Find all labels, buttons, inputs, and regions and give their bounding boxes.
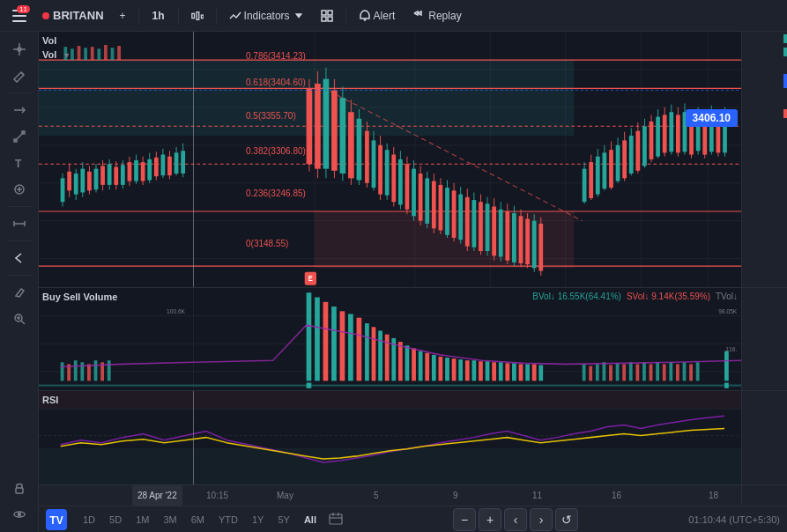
- fib-0382: 0.382(3306.80): [246, 146, 306, 156]
- time-9: 9: [453, 491, 458, 500]
- chart-type-button[interactable]: [186, 7, 209, 25]
- left-toolbar-sep-2: [7, 206, 32, 207]
- svg-rect-250: [425, 353, 429, 381]
- tf-3m[interactable]: 3M: [158, 513, 182, 527]
- text-tool[interactable]: T: [5, 151, 33, 175]
- svg-rect-65: [111, 48, 115, 60]
- svg-marker-6: [294, 13, 301, 18]
- paint-tool[interactable]: [5, 280, 33, 305]
- svg-rect-273: [616, 363, 620, 381]
- svg-rect-259: [486, 361, 490, 381]
- svg-rect-281: [669, 362, 672, 381]
- scale-marker-2: [783, 48, 787, 56]
- price-chart-svg: E: [39, 32, 741, 287]
- date-range-btn[interactable]: [329, 513, 343, 527]
- svg-text:116.: 116.: [725, 345, 737, 351]
- symbol-selector[interactable]: BRITANN: [37, 9, 109, 22]
- vol-label-1: Vol: [42, 35, 56, 46]
- menu-button[interactable]: 11: [7, 4, 32, 28]
- tf-1y[interactable]: 1Y: [247, 513, 269, 527]
- svg-rect-246: [398, 342, 403, 381]
- horizontal-ray-tool[interactable]: [5, 98, 33, 122]
- crosshair-tool[interactable]: [5, 37, 33, 62]
- scroll-left-btn[interactable]: ‹: [504, 508, 527, 531]
- tf-all[interactable]: All: [299, 513, 322, 527]
- left-toolbar-sep-3: [7, 240, 32, 241]
- patterns-tool[interactable]: [5, 177, 33, 202]
- time-11: 11: [532, 491, 542, 500]
- svg-rect-267: [538, 365, 543, 381]
- bsv-scale: [741, 288, 787, 390]
- layouts-button[interactable]: [316, 7, 338, 25]
- fib-05: 0.5(3355.70): [246, 111, 296, 121]
- toolbar-separator-3: [216, 7, 217, 25]
- svg-rect-5: [201, 15, 204, 18]
- svg-rect-266: [532, 364, 537, 381]
- time-16: 16: [612, 491, 621, 500]
- svg-rect-280: [663, 364, 666, 381]
- svg-rect-257: [471, 360, 476, 381]
- zoom-control-group: − + ‹ › ↺: [453, 508, 578, 531]
- tf-6m[interactable]: 6M: [186, 513, 210, 527]
- svg-rect-230: [87, 364, 91, 381]
- svg-rect-231: [94, 360, 98, 381]
- symbol-color-dot: [42, 12, 49, 19]
- svg-rect-2: [12, 20, 26, 22]
- left-toolbar: T: [0, 32, 39, 532]
- svg-rect-260: [492, 362, 496, 381]
- tf-5y[interactable]: 5Y: [272, 513, 294, 527]
- zoom-in-tool[interactable]: [5, 307, 33, 331]
- highlighted-date: 28 Apr '22: [137, 491, 177, 500]
- time-10-15: 10:15: [206, 491, 228, 500]
- fib-0: 0(3148.55): [246, 239, 288, 248]
- bottom-toolbar: TV 1D 5D 1M 3M 6M YTD 1Y 5Y All − +: [39, 506, 787, 532]
- replay-chart-btn[interactable]: ↺: [555, 508, 578, 531]
- rsi-svg: [39, 391, 741, 484]
- svg-rect-300: [330, 514, 342, 524]
- tf-1m[interactable]: 1M: [130, 513, 154, 527]
- timeframe-button[interactable]: 1h: [146, 7, 171, 25]
- back-button[interactable]: [5, 246, 33, 270]
- price-label: 3406.10: [686, 109, 738, 127]
- scroll-right-btn[interactable]: ›: [530, 508, 553, 531]
- svg-rect-292: [39, 449, 741, 484]
- vol-collapse-btn[interactable]: ▼: [63, 51, 71, 60]
- svg-rect-268: [583, 364, 586, 381]
- svg-rect-284: [689, 364, 693, 381]
- tf-5d[interactable]: 5D: [104, 513, 127, 527]
- svg-rect-228: [74, 360, 78, 381]
- vol-label-2: Vol ▼: [42, 49, 71, 60]
- svg-rect-286: [724, 351, 729, 381]
- svg-rect-270: [596, 364, 599, 381]
- svg-rect-283: [683, 362, 687, 381]
- calendar-icon: [329, 513, 343, 525]
- draw-tool[interactable]: [5, 124, 33, 149]
- toolbar-separator-2: [178, 7, 179, 25]
- fib-0236: 0.236(3246.85): [246, 188, 306, 198]
- measure-tool[interactable]: [5, 211, 33, 236]
- svg-rect-261: [499, 362, 503, 381]
- add-symbol-button[interactable]: +: [115, 7, 131, 25]
- tf-1d[interactable]: 1D: [78, 513, 100, 527]
- rsi-scale: [741, 391, 787, 484]
- lock-tool[interactable]: [5, 476, 33, 500]
- tv-logo-icon: TV: [46, 509, 67, 530]
- svg-rect-226: [61, 362, 64, 381]
- settings-eye-tool[interactable]: [5, 502, 33, 527]
- svg-rect-290: [724, 382, 729, 388]
- scale-marker-price: [783, 74, 787, 88]
- pencil-tool[interactable]: [5, 63, 33, 88]
- svg-rect-276: [635, 364, 639, 381]
- zoom-plus-btn[interactable]: +: [479, 508, 501, 531]
- notification-badge: 11: [17, 5, 30, 13]
- indicators-button[interactable]: Indicators: [224, 7, 310, 25]
- tv-logo: TV: [46, 509, 67, 530]
- tf-ytd[interactable]: YTD: [213, 513, 243, 527]
- svg-rect-235: [315, 297, 320, 381]
- svg-rect-242: [372, 327, 376, 381]
- svg-rect-243: [378, 330, 382, 381]
- zoom-minus-btn[interactable]: −: [453, 508, 476, 531]
- replay-button[interactable]: Replay: [405, 7, 468, 25]
- svg-rect-60: [78, 46, 81, 60]
- alert-button[interactable]: Alert: [353, 7, 401, 25]
